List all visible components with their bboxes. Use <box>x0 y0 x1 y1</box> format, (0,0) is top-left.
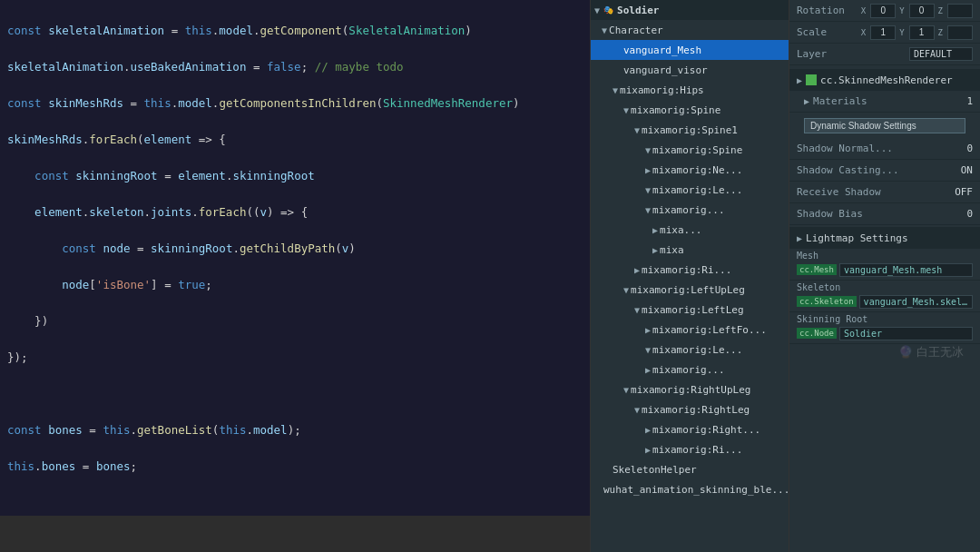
rotation-y[interactable] <box>909 4 935 18</box>
left-arrow <box>645 185 651 195</box>
hierarchy-leftfoot-label: mixamorig:LeftFo... <box>652 324 767 336</box>
scale-label: Scale <box>797 26 861 38</box>
lightmap-arrow <box>797 233 802 243</box>
hierarchy-right[interactable]: mixamorig:Ri... <box>591 260 789 280</box>
hierarchy-hips[interactable]: mixamorig:Hips <box>591 80 789 100</box>
mesh-row: Mesh cc.Mesh vanguard_Mesh.mesh <box>789 249 980 281</box>
rotation-row: Rotation X Y Z <box>789 0 980 22</box>
leftle-arrow <box>645 345 651 355</box>
scale-y[interactable] <box>909 25 935 40</box>
rotation-z[interactable] <box>947 4 973 18</box>
hierarchy-spine[interactable]: mixamorig:Spine <box>591 100 789 120</box>
rotation-x[interactable] <box>870 4 896 18</box>
rightright-arrow <box>645 425 651 435</box>
hierarchy-wuhat[interactable]: wuhat_animation_skinning_ble... <box>591 479 789 499</box>
hierarchy-soldier-root[interactable]: 🎭 Soldier <box>591 0 789 20</box>
hierarchy-ri-label: mixamorig:Ri... <box>652 444 742 456</box>
rotation-label: Rotation <box>797 5 861 16</box>
materials-count: 1 <box>966 95 973 107</box>
hierarchy-leftupleg[interactable]: mixamorig:LeftUpLeg <box>591 280 789 300</box>
hierarchy-right-label: mixamorig:Ri... <box>642 264 731 276</box>
hierarchy-spine-label: mixamorig:Spine <box>631 104 720 116</box>
hierarchy-rightright[interactable]: mixamorig:Right... <box>591 419 789 439</box>
hierarchy-spine2[interactable]: mixamorig:Spine <box>591 140 789 160</box>
scale-x[interactable] <box>870 25 896 40</box>
hierarchy-mixamorig3-label: mixamorig... <box>652 364 724 376</box>
code-content-top: const skeletalAnimation = this.model.get… <box>0 0 590 516</box>
shadow-casting-label: Shadow Casting... <box>797 164 961 176</box>
code-editor-panel: const skeletalAnimation = this.model.get… <box>0 0 590 552</box>
leftleg-arrow <box>634 305 640 315</box>
spine1-arrow <box>634 125 640 135</box>
hierarchy-left[interactable]: mixamorig:Le... <box>591 180 789 200</box>
right-arrow <box>634 265 640 275</box>
hierarchy-spine1[interactable]: mixamorig:Spine1 <box>591 120 789 140</box>
mixa3-arrow <box>652 245 658 255</box>
hierarchy-rightupleg[interactable]: mixamorig:RightUpLeg <box>591 380 789 399</box>
dynamic-shadow-button[interactable]: Dynamic Shadow Settings <box>804 118 965 133</box>
hierarchy-mixa1[interactable]: mixamorig... <box>591 200 789 220</box>
rotation-values: X Y Z <box>861 4 973 18</box>
skinned-checkbox[interactable] <box>806 74 817 85</box>
lightmap-label: Lightmap Settings <box>806 232 908 244</box>
hierarchy-leftleg-label: mixamorig:LeftLeg <box>642 304 744 316</box>
spine-arrow <box>623 105 629 115</box>
hierarchy-skeleton-helper[interactable]: SkeletonHelper <box>591 459 789 479</box>
mesh-badge: cc.Mesh vanguard_Mesh.mesh <box>797 261 973 278</box>
hierarchy-skelhelper-label: SkeletonHelper <box>612 464 697 476</box>
layer-dropdown[interactable]: DEFAULT <box>909 47 973 61</box>
hierarchy-mixa3[interactable]: mixa <box>591 240 789 260</box>
hierarchy-wuhat-label: wuhat_animation_skinning_ble... <box>603 484 789 496</box>
hierarchy-character[interactable]: Character <box>591 20 789 40</box>
mesh-value[interactable]: vanguard_Mesh.mesh <box>839 263 973 277</box>
skinned-label: cc.SkinnedMeshRenderer <box>820 74 953 86</box>
hierarchy-char-label: Character <box>609 25 663 36</box>
rightleg-arrow <box>634 405 640 415</box>
hierarchy-spine2-label: mixamorig:Spine <box>652 144 742 156</box>
hierarchy-ri[interactable]: mixamorig:Ri... <box>591 439 789 459</box>
hierarchy-mixamorig3[interactable]: mixamorig... <box>591 360 789 380</box>
hierarchy-leftfoot[interactable]: mixamorig:LeftFo... <box>591 320 789 340</box>
layer-label: Layer <box>797 48 909 60</box>
hierarchy-rightleg[interactable]: mixamorig:RightLeg <box>591 399 789 419</box>
skeleton-label: Skeleton <box>797 282 973 292</box>
shadow-bias-value: 0 <box>966 208 973 220</box>
skeleton-badge: cc.Skeleton vanguard_Mesh.skeleton <box>797 293 973 310</box>
scale-row: Scale X Y Z <box>789 22 980 44</box>
hierarchy-leftle[interactable]: mixamorig:Le... <box>591 340 789 360</box>
skinned-mesh-section[interactable]: cc.SkinnedMeshRenderer <box>789 69 980 91</box>
materials-row: Materials 1 <box>789 91 980 113</box>
lightmap-section[interactable]: Lightmap Settings <box>789 227 980 249</box>
hierarchy-neck-label: mixamorig:Ne... <box>652 164 742 176</box>
ri-arrow <box>645 445 651 455</box>
receive-shadow-value: OFF <box>955 186 973 198</box>
code-gap-block <box>0 516 590 552</box>
shadow-normal-value: 0 <box>966 143 973 154</box>
skeleton-cc-tag: cc.Skeleton <box>797 296 857 307</box>
shadow-bias-label: Shadow Bias <box>797 208 966 220</box>
hierarchy-vanguard-mesh[interactable]: vanguard_Mesh <box>591 40 789 60</box>
scale-z[interactable] <box>947 25 973 40</box>
mixa2-arrow <box>652 225 658 235</box>
skeleton-row: Skeleton cc.Skeleton vanguard_Mesh.skele… <box>789 281 980 312</box>
hierarchy-neck[interactable]: mixamorig:Ne... <box>591 160 789 180</box>
leftfoot-arrow <box>645 325 651 335</box>
rightupleg-arrow <box>623 385 629 395</box>
receive-shadow-label: Receive Shadow <box>797 186 955 198</box>
soldier-icon: 🎭 <box>602 4 614 16</box>
skinned-arrow <box>797 75 802 85</box>
hierarchy-left-label: mixamorig:Le... <box>652 184 742 196</box>
hierarchy-mixa2[interactable]: mixa... <box>591 220 789 240</box>
skeleton-value[interactable]: vanguard_Mesh.skeleton <box>859 295 973 309</box>
layer-row: Layer DEFAULT <box>789 44 980 65</box>
hierarchy-leftleg[interactable]: mixamorig:LeftLeg <box>591 300 789 320</box>
shadow-casting-row: Shadow Casting... ON <box>789 160 980 182</box>
mixamorig3-arrow <box>645 365 651 375</box>
char-arrow <box>602 25 607 35</box>
hierarchy-spine1-label: mixamorig:Spine1 <box>642 124 738 136</box>
hierarchy-rightupleg-label: mixamorig:RightUpLeg <box>631 384 750 396</box>
materials-arrow <box>804 96 809 106</box>
soldier-arrow <box>594 5 600 15</box>
hierarchy-vanguard-visor[interactable]: vanguard_visor <box>591 60 789 80</box>
hierarchy-vmesh-label: vanguard_Mesh <box>623 44 701 56</box>
